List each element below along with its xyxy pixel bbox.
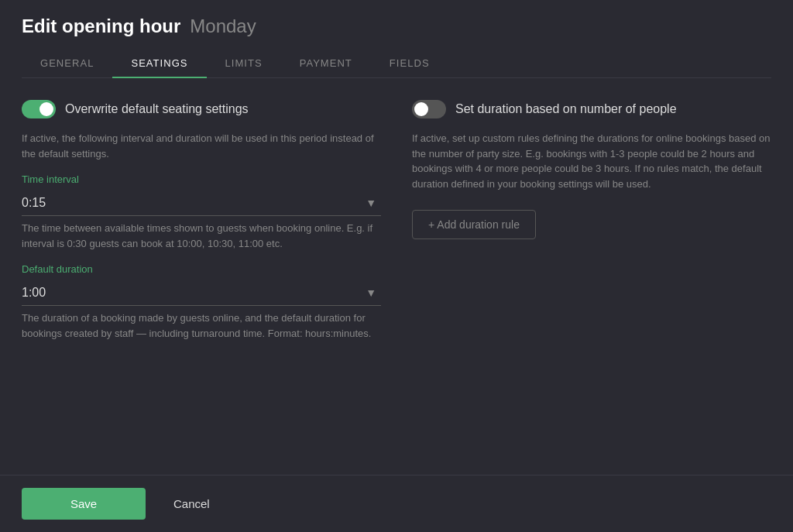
time-interval-help: The time between available times shown t… <box>22 221 381 251</box>
modal: Edit opening hour Monday GENERAL SEATING… <box>0 0 793 532</box>
left-panel: Overwrite default seating settings If ac… <box>22 100 381 453</box>
cancel-button[interactable]: Cancel <box>158 488 225 520</box>
overwrite-toggle[interactable] <box>22 100 56 118</box>
default-duration-label: Default duration <box>22 263 381 275</box>
right-panel: Set duration based on number of people I… <box>412 100 771 453</box>
time-interval-group: Time interval 0:15 0:30 1:00 ▼ The time … <box>22 173 381 251</box>
tab-fields[interactable]: FIELDS <box>371 50 448 78</box>
save-button[interactable]: Save <box>22 488 146 520</box>
tab-limits[interactable]: LIMITS <box>207 50 281 78</box>
default-duration-help: The duration of a booking made by guests… <box>22 311 381 341</box>
default-duration-select[interactable]: 1:00 0:30 1:30 2:00 <box>22 280 381 306</box>
tab-general[interactable]: GENERAL <box>22 50 112 78</box>
tab-seatings[interactable]: SEATINGS <box>112 50 206 78</box>
overwrite-description: If active, the following interval and du… <box>22 131 381 161</box>
modal-content: Overwrite default seating settings If ac… <box>0 78 793 475</box>
modal-title: Edit opening hour Monday <box>22 15 771 37</box>
default-duration-group: Default duration 1:00 0:30 1:30 2:00 ▼ T… <box>22 263 381 341</box>
modal-header: Edit opening hour Monday GENERAL SEATING… <box>0 0 793 78</box>
duration-toggle-row: Set duration based on number of people <box>412 100 771 118</box>
time-interval-label: Time interval <box>22 173 381 185</box>
duration-toggle-label: Set duration based on number of people <box>455 102 677 116</box>
page-title: Edit opening hour <box>22 15 180 37</box>
modal-footer: Save Cancel <box>0 475 793 532</box>
tabs: GENERAL SEATINGS LIMITS PAYMENT FIELDS <box>22 50 771 78</box>
tab-payment[interactable]: PAYMENT <box>281 50 371 78</box>
overwrite-toggle-row: Overwrite default seating settings <box>22 100 381 118</box>
duration-description: If active, set up custom rules defining … <box>412 131 771 191</box>
default-duration-select-wrapper: 1:00 0:30 1:30 2:00 ▼ <box>22 280 381 306</box>
add-duration-rule-button[interactable]: + Add duration rule <box>412 210 536 239</box>
time-interval-select-wrapper: 0:15 0:30 1:00 ▼ <box>22 190 381 216</box>
page-subtitle: Monday <box>190 15 256 37</box>
duration-toggle[interactable] <box>412 100 446 118</box>
overwrite-toggle-label: Overwrite default seating settings <box>65 102 249 116</box>
time-interval-select[interactable]: 0:15 0:30 1:00 <box>22 190 381 216</box>
